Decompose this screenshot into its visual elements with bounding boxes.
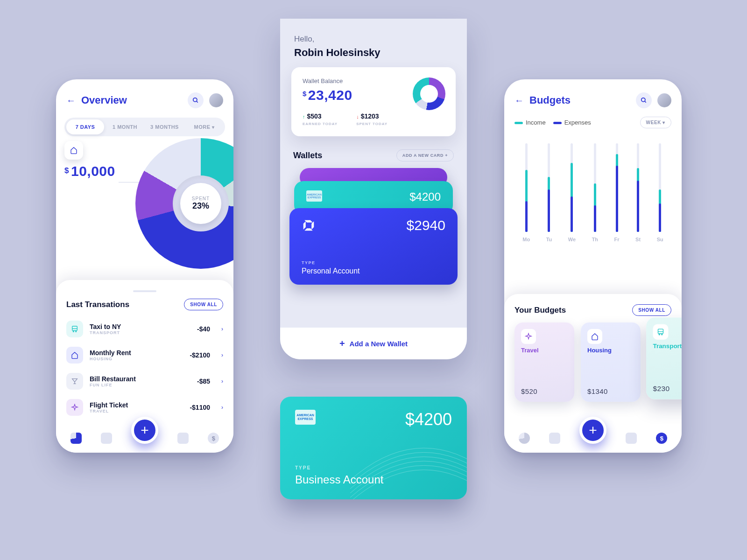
wallets-header: Wallets ADD A NEW CARD + (280, 136, 467, 168)
nav-budgets[interactable]: $ (208, 433, 219, 444)
search-icon (641, 97, 647, 104)
period-1month[interactable]: 1 MONTH (106, 119, 144, 134)
svg-line-11 (645, 101, 646, 103)
bar-column[interactable]: Th (592, 143, 598, 242)
bar-day-label: Mo (522, 237, 530, 242)
bottom-nav: + $ (504, 424, 682, 453)
wallet-stack: AMERICAN EXPRESS $4200 $2940 TYPE Person… (289, 168, 458, 289)
bar-column[interactable]: Su (657, 143, 663, 242)
svg-line-1 (197, 101, 198, 103)
bar-day-label: We (568, 237, 576, 242)
transaction-row[interactable]: Monthly RentHOUSING-$2100› (66, 342, 223, 368)
transaction-row[interactable]: Bill RestaurantFUN LIFE-$85› (66, 368, 223, 394)
balance-card[interactable]: Wallet Balance $23,420 $503 EARNED TODAY… (291, 67, 456, 136)
balance-mini-donut (413, 77, 445, 110)
spent-value: $1203 (356, 112, 388, 120)
svg-point-14 (659, 334, 660, 335)
chase-logo-icon (302, 218, 316, 232)
budget-value: $230 (653, 385, 682, 393)
overview-highlight-number: 10,000 (71, 163, 115, 179)
transaction-category: TRAVEL (90, 409, 183, 413)
transaction-row[interactable]: Taxi to NYTRANSPORT-$40› (66, 316, 223, 342)
fab-add[interactable]: + (131, 417, 158, 444)
nav-overview[interactable] (519, 433, 530, 444)
range-selector[interactable]: WEEK ▾ (640, 117, 671, 128)
nav-item-2[interactable] (101, 433, 112, 444)
earned-kpi: $503 EARNED TODAY (303, 112, 338, 126)
add-wallet-button[interactable]: + Add a New Wallet (280, 328, 467, 359)
sheet-handle[interactable] (133, 290, 156, 292)
bar-column[interactable]: Tu (546, 143, 552, 242)
amex-logo: AMERICAN EXPRESS (306, 190, 322, 202)
home-icon (587, 329, 602, 344)
budget-name: Transport (653, 343, 682, 350)
home-icon (66, 347, 83, 364)
wallets-title: Wallets (293, 151, 322, 161)
overview-chart: $10,000 SPENT 23% (64, 141, 225, 253)
bar-day-label: Th (592, 237, 598, 242)
show-all-button[interactable]: SHOW ALL (632, 304, 671, 316)
budget-bar-chart: MoTuWeThFrStSu (504, 135, 682, 242)
expense-bar (637, 181, 639, 232)
show-all-button[interactable]: SHOW ALL (184, 299, 223, 310)
overview-screen: ← Overview 7 DAYS 1 MONTH 3 MONTHS MORE … (56, 79, 233, 453)
page-title: Overview (81, 94, 182, 106)
period-3months[interactable]: 3 MONTHS (146, 119, 183, 134)
category-badge[interactable] (64, 141, 83, 160)
bus-icon (653, 324, 669, 340)
greeting-label: Hello, (280, 19, 467, 47)
expense-bar (525, 201, 528, 232)
nav-budgets[interactable]: $ (656, 433, 667, 444)
period-more[interactable]: MORE (185, 119, 223, 134)
expense-bar (616, 166, 618, 232)
bar-day-label: St (635, 237, 641, 242)
donut-chart[interactable]: SPENT 23% (135, 138, 233, 269)
nav-item-3[interactable] (177, 433, 189, 444)
donut-center-value: 23% (192, 201, 209, 211)
fab-add[interactable]: + (579, 417, 606, 444)
bar-column[interactable]: We (568, 143, 576, 242)
wallet-card-2[interactable]: $2940 TYPE Personal Account (289, 208, 458, 285)
plane-icon (66, 399, 83, 416)
bar-column[interactable]: St (635, 143, 641, 242)
budgets-sheet-title: Your Budgets (514, 306, 566, 315)
expense-bar (659, 203, 661, 232)
budget-card[interactable]: Travel$520 (514, 322, 574, 402)
back-icon[interactable]: ← (66, 95, 76, 106)
plus-icon: + (339, 338, 345, 349)
budget-name: Travel (521, 347, 568, 354)
bar-track (616, 143, 618, 232)
donut-center: SPENT 23% (180, 183, 221, 224)
budget-value: $520 (521, 387, 568, 395)
balance-number: 23,420 (308, 87, 352, 103)
home-screen: Hello, Robin Holesinsky Wallet Balance $… (280, 19, 467, 359)
avatar[interactable] (209, 93, 223, 107)
budget-card[interactable]: Transport$230 (646, 317, 682, 399)
wallet-card-2-amount: $2940 (407, 217, 445, 233)
float-card-amount: $4200 (405, 410, 452, 429)
budget-card[interactable]: Housing$1340 (581, 322, 641, 402)
nav-item-2[interactable] (549, 433, 560, 444)
expense-bar (571, 196, 573, 232)
bar-track (548, 143, 550, 232)
bar-column[interactable]: Fr (614, 143, 620, 242)
business-card[interactable]: AMERICAN EXPRESS $4200 TYPE Business Acc… (280, 397, 467, 499)
back-icon[interactable]: ← (514, 95, 524, 106)
search-button[interactable] (188, 92, 204, 108)
nav-overview[interactable] (70, 433, 82, 444)
search-button[interactable] (636, 92, 652, 108)
add-card-button[interactable]: ADD A NEW CARD + (396, 149, 454, 161)
transaction-title: Monthly Rent (90, 349, 183, 357)
donut-center-label: SPENT (192, 196, 210, 201)
bar-day-label: Fr (614, 237, 620, 242)
avatar[interactable] (657, 93, 671, 107)
page-title: Budgets (529, 94, 630, 106)
cocktail-icon (66, 373, 83, 390)
bar-column[interactable]: Mo (522, 143, 530, 242)
transaction-amount: -$1100 (190, 404, 210, 411)
add-wallet-label: Add a New Wallet (350, 340, 408, 348)
budgets-screen: ← Budgets Income Expenses WEEK ▾ MoTuWeT… (504, 79, 682, 453)
period-7days[interactable]: 7 DAYS (66, 119, 104, 134)
home-icon (70, 147, 78, 154)
nav-item-3[interactable] (626, 433, 637, 444)
